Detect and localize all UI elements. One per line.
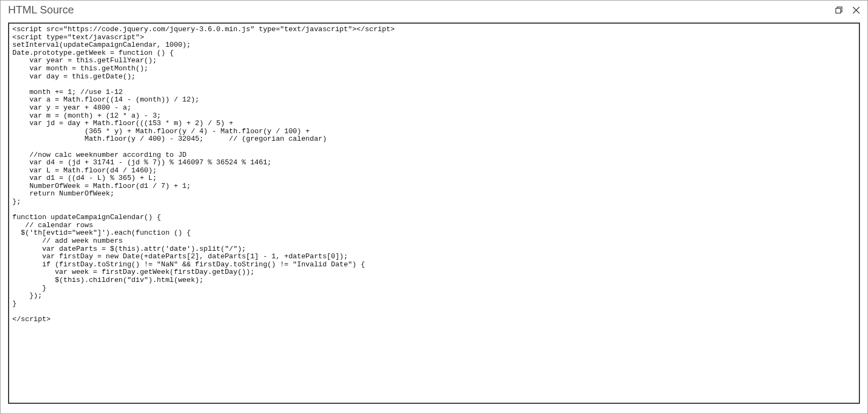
- html-source-dialog: HTML Source: [0, 0, 868, 414]
- textarea-wrap: [8, 23, 860, 404]
- html-source-textarea[interactable]: [8, 23, 860, 404]
- maximize-button[interactable]: [833, 4, 845, 16]
- titlebar-controls: [833, 4, 862, 16]
- close-button[interactable]: [850, 4, 862, 16]
- dialog-titlebar: HTML Source: [1, 1, 867, 21]
- close-icon: [852, 6, 860, 14]
- dialog-title: HTML Source: [8, 4, 74, 16]
- maximize-icon: [835, 6, 843, 14]
- dialog-content: [1, 21, 867, 413]
- svg-rect-1: [836, 8, 841, 13]
